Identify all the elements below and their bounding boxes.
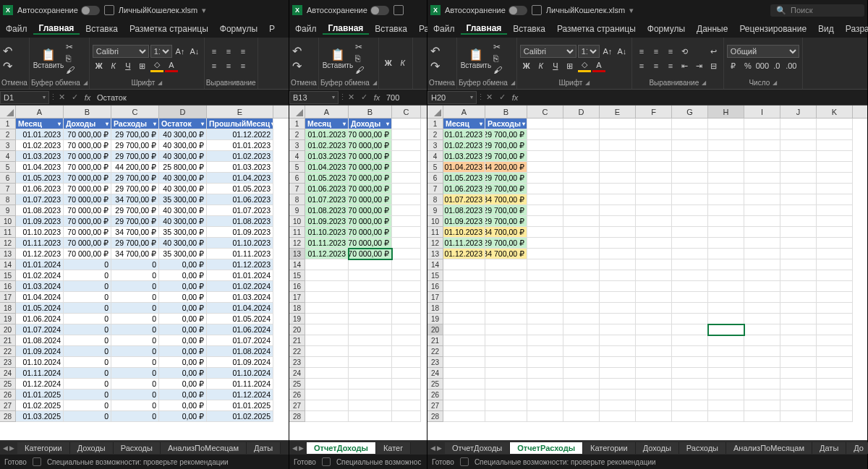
cell[interactable] [780,249,817,259]
cell[interactable] [600,303,636,314]
cell[interactable] [563,379,600,390]
cell[interactable]: 01.02.2023 [207,151,273,162]
cell[interactable] [485,400,527,411]
sheet-tab-ОтчетДоходы[interactable]: ОтчетДоходы [445,442,510,454]
launcher-icon[interactable]: ◢ [585,79,590,86]
grid[interactable]: ABC1МесяцДоходы201.01.202370 000,00 ₽301… [289,106,427,440]
cell[interactable] [305,335,349,346]
cell[interactable] [708,400,744,411]
select-all-corner[interactable] [427,106,443,118]
cell[interactable] [817,216,853,227]
col-header-J[interactable]: J [780,106,817,118]
row-header[interactable]: 14 [289,259,305,270]
cell[interactable]: 29 700,00 ₽ [485,173,527,184]
row-header[interactable]: 4 [289,151,305,162]
cell[interactable] [392,346,421,357]
row-header[interactable]: 16 [289,281,305,292]
cell[interactable] [817,205,853,216]
row-header[interactable]: 27 [427,400,443,411]
sheet-tab-Доходы[interactable]: Доходы [70,442,114,454]
cell[interactable]: 01.01.2025 [16,390,64,400]
header-cell[interactable] [708,119,744,129]
header-cell[interactable]: Месяц [443,119,485,129]
cell[interactable] [563,140,600,151]
cell[interactable] [708,281,744,292]
align-right-icon[interactable]: ≡ [664,59,677,72]
cell[interactable]: 70 000,00 ₽ [64,238,111,249]
cell[interactable] [817,335,853,346]
header-cell[interactable]: Доходы [349,119,392,129]
cell[interactable] [443,281,485,292]
sheet-tab-Даты[interactable]: Даты [812,442,846,454]
menu-формулы[interactable]: Формулы [642,24,691,34]
cell[interactable] [527,270,563,281]
cell[interactable]: 0 [64,270,111,281]
underline-button[interactable]: Ч [549,59,562,72]
cell[interactable] [636,390,672,400]
cell[interactable] [672,281,708,292]
cell[interactable] [817,184,853,194]
cell[interactable] [636,216,672,227]
cell[interactable]: 40 300,00 ₽ [159,140,207,151]
cell[interactable] [600,238,636,249]
cell[interactable] [443,390,485,400]
row-header[interactable]: 7 [427,184,443,194]
cell[interactable] [527,249,563,259]
decrease-font-icon[interactable]: A↓ [616,45,629,58]
tab-prev-icon[interactable]: ◀ [430,444,435,452]
cell[interactable]: 0 [111,324,159,335]
accounting-icon[interactable]: ₽ [727,59,740,72]
cell[interactable] [636,324,672,335]
align-top-icon[interactable]: ≡ [208,45,221,58]
cell[interactable]: 40 300,00 ₽ [159,216,207,227]
filename[interactable]: ЛичныйКошелек.xlsm [546,6,625,14]
cell[interactable] [443,400,485,411]
cell[interactable]: 01.03.2024 [16,281,64,292]
cell[interactable]: 0 [64,303,111,314]
cell[interactable]: 01.01.2023 [305,129,349,140]
cell[interactable] [527,281,563,292]
cell[interactable]: 70 000,00 ₽ [349,205,392,216]
menu-вставка[interactable]: Вставка [80,24,124,34]
cell[interactable] [708,314,744,324]
cell[interactable] [349,335,392,346]
align-bottom-icon[interactable]: ≡ [237,45,250,58]
row-header[interactable]: 14 [427,259,443,270]
cell[interactable] [392,292,421,303]
col-header-F[interactable]: F [636,106,672,118]
toggle-icon[interactable] [81,6,100,15]
font-color-icon[interactable]: A [165,59,178,72]
header-cell[interactable] [527,119,563,129]
row-header[interactable]: 21 [427,335,443,346]
row-header[interactable]: 7 [0,184,16,194]
header-cell[interactable]: Месяц [16,119,64,129]
cell[interactable]: 01.07.2023 [305,194,349,205]
cell[interactable]: 01.10.2023 [305,227,349,238]
cell[interactable] [636,368,672,379]
cut-icon[interactable]: ✂ [66,42,75,52]
cell[interactable] [636,400,672,411]
header-cell[interactable]: Расходы [485,119,527,129]
cell[interactable] [780,281,817,292]
cell[interactable] [527,368,563,379]
cell[interactable]: 01.06.2023 [16,184,64,194]
cell[interactable] [600,390,636,400]
row-header[interactable]: 27 [0,400,16,411]
row-header[interactable]: 10 [289,216,305,227]
cell[interactable]: 01.05.2023 [207,184,273,194]
cell[interactable] [349,390,392,400]
cell[interactable] [349,324,392,335]
cell[interactable] [443,314,485,324]
cell[interactable] [485,259,527,270]
cell[interactable] [708,335,744,346]
menu-файл[interactable]: Файл [0,24,33,34]
menu-вставка[interactable]: Вставка [369,24,413,34]
chevron-down-icon[interactable]: ▾ [202,6,206,15]
cell[interactable] [527,259,563,270]
row-header[interactable]: 25 [289,379,305,390]
toggle-icon[interactable] [370,6,389,15]
cell[interactable] [349,259,392,270]
cell[interactable] [744,205,780,216]
cell[interactable]: 01.03.2024 [207,292,273,303]
cell[interactable]: 0 [64,357,111,368]
